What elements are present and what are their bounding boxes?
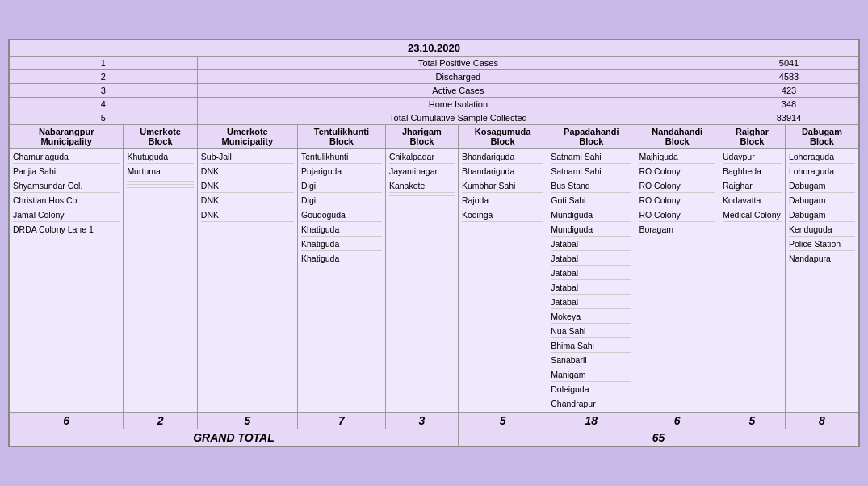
list-item: Khatiguda bbox=[301, 223, 382, 237]
list-item bbox=[389, 194, 455, 196]
list-item bbox=[127, 179, 193, 182]
list-item: Sanabarli bbox=[551, 354, 631, 367]
summary-num-1: 1 bbox=[9, 57, 197, 70]
list-item: Jatabal bbox=[551, 252, 631, 266]
tentulikhunti-data: TentulikhuntiPujarigudaDigiDigiGoudoguda… bbox=[297, 149, 385, 413]
list-item: DRDA Colony Lane 1 bbox=[13, 223, 120, 236]
list-item: Jatabal bbox=[551, 237, 631, 251]
list-item: Dabugam bbox=[789, 179, 855, 193]
list-item: Bhandariguda bbox=[462, 165, 543, 178]
summary-num-5: 5 bbox=[9, 111, 197, 125]
total-kosagumuda: 5 bbox=[458, 413, 547, 429]
list-item: Goudoguda bbox=[301, 208, 382, 222]
list-item: Pujariguda bbox=[301, 165, 382, 178]
list-item: Kumbhar Sahi bbox=[462, 179, 543, 193]
list-item: Chandrapur bbox=[551, 397, 631, 410]
list-item: Nua Sahi bbox=[551, 325, 631, 338]
header-papadahandi: Papadahandi Block bbox=[547, 125, 635, 149]
list-item: Nandapura bbox=[789, 252, 855, 265]
list-item: Mundiguda bbox=[551, 208, 631, 222]
list-item: Lohoraguda bbox=[789, 150, 855, 164]
list-item bbox=[201, 223, 294, 224]
summary-row-5: 5 Total Cumulative Sample Collected 8391… bbox=[9, 111, 859, 125]
total-umerkote-mun: 5 bbox=[197, 413, 297, 429]
list-item: Christian Hos.Col bbox=[13, 194, 120, 207]
total-nandahandi: 6 bbox=[635, 413, 719, 429]
umerkote-mun-data: Sub-JailDNKDNKDNKDNK bbox=[197, 149, 297, 413]
list-item: RO Colony bbox=[639, 179, 715, 193]
total-tentulikhunti: 7 bbox=[297, 413, 385, 429]
list-item: Mundiguda bbox=[551, 223, 631, 237]
list-item: Boragam bbox=[639, 223, 715, 236]
umerkote-block-data: KhutugudaMurtuma bbox=[124, 149, 197, 413]
list-item bbox=[127, 186, 193, 188]
list-item bbox=[127, 189, 193, 191]
header-umerkote-mun: Umerkote Municipality bbox=[197, 125, 297, 149]
jharigam-data: ChikalpadarJayantinagarKanakote bbox=[385, 149, 458, 413]
list-item: Satnami Sahi bbox=[551, 150, 631, 164]
list-item: Mokeya bbox=[551, 310, 631, 324]
list-item bbox=[723, 223, 782, 224]
list-item: Bus Stand bbox=[551, 179, 631, 193]
list-item: Manigam bbox=[551, 368, 631, 382]
list-item: Panjia Sahi bbox=[13, 165, 120, 178]
summary-value-2: 4583 bbox=[719, 70, 859, 84]
total-nabarangpur: 6 bbox=[9, 413, 124, 429]
list-item: RO Colony bbox=[639, 165, 715, 178]
grand-total-value: 65 bbox=[458, 429, 859, 447]
summary-row-3: 3 Active Cases 423 bbox=[9, 84, 859, 98]
summary-label-4: Home Isolation bbox=[197, 98, 719, 111]
summary-label-2: Discharged bbox=[197, 70, 719, 84]
total-umerkote-block: 2 bbox=[124, 413, 197, 429]
header-tentulikhunti: Tentulikhunti Block bbox=[297, 125, 385, 149]
list-item: Doleiguda bbox=[551, 383, 631, 396]
list-item: Khatiguda bbox=[301, 237, 382, 251]
header-nandahandi: Nandahandi Block bbox=[635, 125, 719, 149]
list-item bbox=[462, 223, 543, 224]
summary-value-5: 83914 bbox=[719, 111, 859, 125]
data-row: ChamuriagudaPanjia SahiShyamsundar Col.C… bbox=[9, 149, 859, 413]
list-item: Majhiguda bbox=[639, 150, 715, 164]
list-item: Jayantinagar bbox=[389, 165, 455, 178]
list-item: Baghbeda bbox=[723, 165, 782, 178]
summary-label-5: Total Cumulative Sample Collected bbox=[197, 111, 719, 125]
list-item: Jatabal bbox=[551, 266, 631, 280]
papadahandi-data: Satnami SahiSatnami SahiBus StandGoti Sa… bbox=[547, 149, 635, 413]
list-item: Chikalpadar bbox=[389, 150, 455, 164]
summary-row-4: 4 Home Isolation 348 bbox=[9, 98, 859, 111]
list-item: Raighar bbox=[723, 179, 782, 193]
list-item: Police Station bbox=[789, 237, 855, 251]
list-item bbox=[389, 197, 455, 199]
list-item: DNK bbox=[201, 179, 294, 193]
grand-total-label: GRAND TOTAL bbox=[9, 429, 458, 447]
list-item: Goti Sahi bbox=[551, 194, 631, 207]
total-raighar: 5 bbox=[719, 413, 786, 429]
nandahandi-data: MajhigudaRO ColonyRO ColonyRO ColonyRO C… bbox=[635, 149, 719, 413]
list-item: Satnami Sahi bbox=[551, 165, 631, 178]
raighar-data: UdaypurBaghbedaRaigharKodavattaMedical C… bbox=[719, 149, 786, 413]
list-item: Kodavatta bbox=[723, 194, 782, 207]
summary-label-1: Total Positive Cases bbox=[197, 57, 719, 70]
list-item: Jamal Colony bbox=[13, 208, 120, 222]
list-item: RO Colony bbox=[639, 194, 715, 207]
list-item: Rajoda bbox=[462, 194, 543, 207]
summary-value-1: 5041 bbox=[719, 57, 859, 70]
list-item: Kenduguda bbox=[789, 223, 855, 237]
list-item: Dabugam bbox=[789, 194, 855, 207]
list-item: Jatabal bbox=[551, 295, 631, 309]
list-item: Khutuguda bbox=[127, 150, 193, 164]
grand-total-row: GRAND TOTAL 65 bbox=[9, 429, 859, 447]
total-dabugam: 8 bbox=[785, 413, 859, 429]
summary-num-3: 3 bbox=[9, 84, 197, 98]
list-item: Tentulikhunti bbox=[301, 150, 382, 164]
list-item: Kodinga bbox=[462, 208, 543, 222]
list-item bbox=[389, 200, 455, 202]
summary-row-2: 2 Discharged 4583 bbox=[9, 70, 859, 84]
total-papadahandi: 18 bbox=[547, 413, 635, 429]
list-item: Bhima Sahi bbox=[551, 339, 631, 353]
list-item: Medical Colony bbox=[723, 208, 782, 222]
list-item bbox=[127, 182, 193, 185]
list-item: Chamuriaguda bbox=[13, 150, 120, 164]
nabarangpur-data: ChamuriagudaPanjia SahiShyamsundar Col.C… bbox=[9, 149, 124, 413]
list-item: Udaypur bbox=[723, 150, 782, 164]
